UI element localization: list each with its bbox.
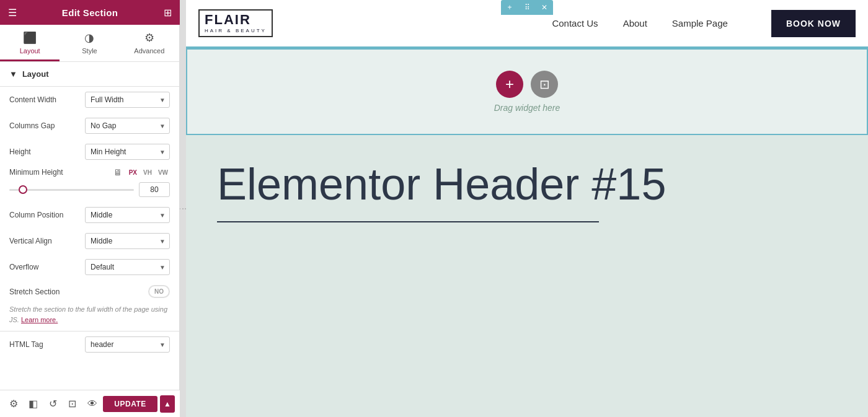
advanced-tab-icon: ⚙	[144, 31, 154, 45]
vertical-align-select[interactable]: Top Middle Bottom	[85, 233, 170, 249]
columns-gap-row: Columns Gap No Gap Narrow Default Wide ▼	[0, 113, 179, 139]
layout-section-title: Layout	[22, 69, 49, 79]
column-position-select-wrap: Top Middle Bottom ▼	[85, 207, 170, 223]
chevron-down-icon: ▼	[9, 69, 17, 79]
responsive-button[interactable]: ⊡	[64, 394, 81, 414]
column-position-row: Column Position Top Middle Bottom ▼	[0, 202, 179, 228]
stretch-note: Stretch the section to the full width of…	[0, 303, 179, 331]
logo-text: FLAIR	[205, 13, 267, 27]
edit-section-topbar: ☰ Edit Section ⊞	[0, 0, 180, 25]
html-tag-row: HTML Tag header main footer section arti…	[0, 331, 179, 358]
nav-links: Contact Us About Sample Page BOOK NOW	[552, 10, 856, 37]
navigator-button[interactable]: ◧	[25, 394, 42, 414]
widget-library-button[interactable]: ⊡	[531, 71, 558, 98]
tab-layout-label: Layout	[20, 47, 40, 55]
height-label: Height	[9, 147, 80, 156]
overflow-select[interactable]: Default Hidden	[85, 259, 170, 275]
preview-button[interactable]: 👁	[84, 394, 101, 414]
main-heading: Elementor Header #15	[217, 160, 666, 209]
grid-icon[interactable]: ⊞	[155, 7, 180, 19]
tab-layout[interactable]: ⬛ Layout	[0, 25, 60, 61]
columns-gap-select[interactable]: No Gap Narrow Default Wide	[85, 118, 170, 134]
layout-section-header[interactable]: ▼ Layout	[0, 62, 179, 86]
update-button[interactable]: UPDATE	[103, 396, 157, 412]
tab-style-label: Style	[82, 47, 97, 55]
preview-main-section: Elementor Header #15	[186, 135, 868, 417]
columns-gap-label: Columns Gap	[9, 121, 80, 130]
content-width-select[interactable]: Full Width Boxed	[85, 92, 170, 108]
left-panel: ☰ Edit Section ⊞ ⬛ Layout ◑ Style ⚙ Adva…	[0, 0, 180, 417]
height-units-group: PX VH VW	[127, 168, 170, 177]
column-position-select[interactable]: Top Middle Bottom	[85, 207, 170, 223]
height-row: Height Default Min Height Fit To Screen …	[0, 139, 179, 165]
drag-hint: Drag widget here	[494, 103, 560, 113]
widget-buttons: + ⊡	[496, 71, 558, 98]
minimum-height-header-row: Minimum Height 🖥 PX VH VW	[0, 165, 179, 180]
minimum-height-slider[interactable]	[9, 189, 134, 191]
unit-vh[interactable]: VH	[141, 168, 154, 177]
add-section-button[interactable]: +	[501, 0, 518, 15]
nav-link-contact[interactable]: Contact Us	[552, 18, 598, 29]
minimum-height-label: Minimum Height	[9, 168, 108, 177]
minimum-height-slider-row: 80	[0, 180, 179, 202]
html-tag-select[interactable]: header main footer section article div	[85, 336, 170, 353]
book-now-button[interactable]: BOOK NOW	[771, 10, 856, 37]
height-select-wrap: Default Min Height Fit To Screen ▼	[85, 144, 170, 160]
logo-sub: HAIR & BEAUTY	[205, 28, 267, 33]
html-tag-select-wrap: header main footer section article div ▼	[85, 336, 170, 353]
column-position-label: Column Position	[9, 211, 80, 219]
panel-resize-handle[interactable]: ⋮	[180, 0, 186, 417]
content-width-select-wrap: Full Width Boxed ▼	[85, 92, 170, 108]
site-logo: FLAIR HAIR & BEAUTY	[198, 9, 273, 37]
vertical-align-row: Vertical Align Top Middle Bottom ▼	[0, 228, 179, 254]
preview-navbar: + ⠿ ✕ FLAIR HAIR & BEAUTY Contact Us Abo…	[186, 0, 868, 48]
settings-button[interactable]: ⚙	[5, 394, 22, 414]
tab-style[interactable]: ◑ Style	[60, 25, 119, 61]
panel-content: ▼ Layout Content Width Full Width Boxed …	[0, 62, 179, 417]
stretch-section-label: Stretch Section	[9, 288, 143, 296]
tab-advanced-label: Advanced	[134, 47, 164, 55]
style-tab-icon: ◑	[84, 31, 94, 45]
overflow-select-wrap: Default Hidden ▼	[85, 259, 170, 275]
overflow-row: Overflow Default Hidden ▼	[0, 254, 179, 280]
height-select[interactable]: Default Min Height Fit To Screen	[85, 144, 170, 160]
heading-underline	[217, 221, 599, 222]
learn-more-link[interactable]: Learn more.	[21, 316, 58, 323]
main-content: Elementor Header #15	[217, 160, 666, 222]
panel-tabs: ⬛ Layout ◑ Style ⚙ Advanced	[0, 25, 179, 62]
content-width-label: Content Width	[9, 95, 80, 104]
stretch-toggle[interactable]: NO	[148, 285, 170, 298]
delete-section-button[interactable]: ✕	[536, 0, 553, 15]
empty-section: + ⊡ Drag widget here	[186, 48, 868, 135]
nav-link-sample[interactable]: Sample Page	[672, 18, 728, 29]
add-widget-button[interactable]: +	[496, 71, 523, 98]
preview-area: + ⠿ ✕ FLAIR HAIR & BEAUTY Contact Us Abo…	[186, 0, 868, 417]
stretch-section-row: Stretch Section NO	[0, 280, 179, 303]
toggle-no-label: NO	[149, 286, 169, 297]
section-controls: + ⠿ ✕	[501, 0, 553, 15]
nav-link-about[interactable]: About	[623, 18, 647, 29]
responsive-icon[interactable]: 🖥	[113, 167, 122, 177]
panel-title: Edit Section	[25, 7, 155, 18]
html-tag-label: HTML Tag	[9, 340, 80, 349]
history-button[interactable]: ↺	[44, 394, 61, 414]
overflow-label: Overflow	[9, 263, 80, 271]
unit-px[interactable]: PX	[127, 168, 139, 177]
vertical-align-label: Vertical Align	[9, 237, 80, 245]
layout-tab-icon: ⬛	[23, 31, 37, 45]
menu-icon[interactable]: ☰	[0, 7, 25, 19]
tab-advanced[interactable]: ⚙ Advanced	[120, 25, 179, 61]
update-arrow-button[interactable]: ▲	[160, 395, 175, 413]
vertical-align-select-wrap: Top Middle Bottom ▼	[85, 233, 170, 249]
minimum-height-input[interactable]: 80	[139, 182, 170, 197]
columns-gap-select-wrap: No Gap Narrow Default Wide ▼	[85, 118, 170, 134]
content-width-row: Content Width Full Width Boxed ▼	[0, 87, 179, 113]
drag-handle[interactable]: ⠿	[518, 0, 536, 15]
unit-vw[interactable]: VW	[156, 168, 170, 177]
bottom-toolbar: ⚙ ◧ ↺ ⊡ 👁 UPDATE ▲	[0, 390, 180, 417]
